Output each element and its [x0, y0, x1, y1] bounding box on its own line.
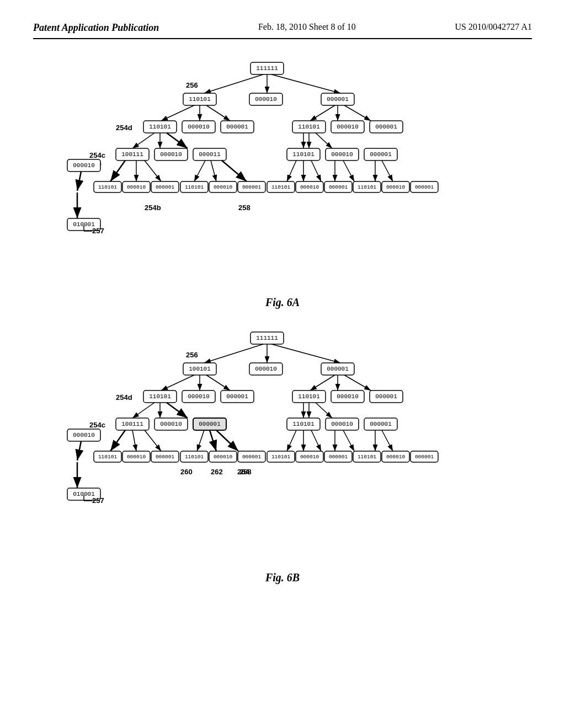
svg-text:000010: 000010	[386, 184, 406, 190]
svg-line-4	[204, 74, 263, 93]
svg-text:110101: 110101	[98, 184, 118, 190]
svg-text:110101: 110101	[298, 124, 320, 130]
svg-line-56	[110, 160, 125, 181]
svg-text:000011: 000011	[199, 151, 221, 158]
svg-line-58	[145, 160, 161, 181]
svg-text:000001: 000001	[329, 184, 348, 190]
svg-line-134	[132, 403, 154, 418]
svg-text:260: 260	[180, 468, 193, 476]
svg-text:000001: 000001	[370, 421, 392, 427]
svg-line-19	[344, 105, 371, 121]
svg-line-59	[194, 160, 205, 181]
svg-text:000010: 000010	[337, 393, 359, 400]
svg-text:110101: 110101	[189, 96, 211, 103]
svg-text:000010: 000010	[331, 151, 353, 158]
svg-text:100101: 100101	[189, 366, 211, 372]
fig6a-section: 111111 110101 000010 000001 256	[33, 56, 532, 309]
fig6a-label: Fig. 6A	[33, 296, 532, 309]
svg-text:254d: 254d	[116, 124, 132, 132]
svg-line-163	[311, 430, 321, 451]
svg-text:000010: 000010	[73, 432, 95, 438]
fig6b-label: Fig. 6B	[33, 571, 532, 584]
svg-text:110101: 110101	[271, 454, 291, 460]
svg-line-55	[77, 172, 81, 191]
svg-text:000010: 000010	[188, 393, 210, 400]
svg-text:000010: 000010	[255, 96, 277, 103]
svg-line-68	[382, 160, 393, 181]
svg-text:000010: 000010	[331, 421, 353, 427]
svg-text:100111: 100111	[121, 421, 143, 427]
svg-line-156	[132, 430, 136, 451]
svg-text:000001: 000001	[199, 421, 221, 427]
svg-text:000001: 000001	[329, 454, 348, 460]
svg-line-6	[271, 74, 340, 93]
header-title: Patent Application Publication	[33, 22, 159, 34]
svg-text:000001: 000001	[375, 124, 397, 130]
svg-line-168	[77, 441, 81, 461]
svg-line-139	[316, 403, 332, 418]
header-date-sheet: Feb. 18, 2010 Sheet 8 of 10	[258, 22, 356, 32]
svg-text:000010: 000010	[127, 184, 146, 190]
page-header: Patent Application Publication Feb. 18, …	[33, 22, 532, 39]
svg-text:110101: 110101	[358, 184, 377, 190]
svg-text:000001: 000001	[415, 454, 434, 460]
svg-text:000001: 000001	[226, 393, 248, 400]
svg-line-160	[216, 430, 238, 451]
svg-text:000001: 000001	[242, 184, 262, 190]
svg-text:110101: 110101	[292, 421, 315, 427]
svg-text:000001: 000001	[327, 366, 349, 372]
svg-line-158	[197, 430, 204, 451]
svg-line-157	[145, 430, 161, 451]
svg-line-61	[222, 160, 247, 181]
svg-text:000010: 000010	[188, 124, 210, 130]
svg-text:000001: 000001	[242, 454, 262, 460]
svg-text:000010: 000010	[337, 124, 359, 130]
svg-text:110101: 110101	[271, 184, 291, 190]
svg-line-107	[271, 344, 340, 363]
svg-text:257: 257	[92, 496, 104, 505]
svg-text:110101: 110101	[149, 393, 171, 400]
svg-text:110101: 110101	[358, 454, 377, 460]
svg-text:000001: 000001	[415, 184, 434, 190]
svg-line-117	[206, 375, 230, 390]
svg-text:000010: 000010	[300, 454, 319, 460]
svg-line-60	[211, 160, 216, 181]
svg-text:100111: 100111	[121, 151, 143, 158]
svg-text:000010: 000010	[73, 162, 95, 169]
svg-text:262: 262	[211, 468, 223, 476]
svg-text:110101: 110101	[185, 454, 204, 460]
svg-text:000010: 000010	[160, 421, 182, 427]
fig6a-svg: 111111 110101 000010 000001 256	[34, 56, 531, 287]
svg-line-38	[316, 133, 332, 148]
svg-text:000010: 000010	[386, 454, 406, 460]
svg-line-14	[161, 105, 194, 121]
svg-text:000001: 000001	[156, 454, 175, 460]
svg-line-35	[167, 133, 188, 148]
header-patent-number: US 2010/0042727 A1	[455, 22, 532, 32]
svg-line-155	[110, 430, 125, 451]
svg-text:000010: 000010	[160, 151, 182, 158]
svg-text:000001: 000001	[327, 96, 349, 103]
svg-text:254c: 254c	[89, 421, 105, 429]
svg-line-165	[343, 430, 354, 451]
svg-text:256: 256	[186, 81, 198, 89]
svg-line-120	[344, 375, 371, 390]
svg-line-16	[206, 105, 230, 121]
svg-line-136	[167, 403, 188, 418]
svg-line-159	[210, 430, 216, 451]
svg-text:110101: 110101	[292, 151, 315, 158]
svg-text:254d: 254d	[116, 393, 132, 402]
svg-text:000001: 000001	[375, 393, 397, 400]
fig6b-section: 111111 100101 000010 000001 256 1101	[33, 325, 532, 584]
svg-text:000001: 000001	[156, 184, 175, 190]
svg-text:000010: 000010	[214, 454, 233, 460]
fig6b-svg: 111111 100101 000010 000001 256 1101	[34, 325, 531, 563]
svg-line-64	[311, 160, 321, 181]
svg-text:258: 258	[238, 204, 250, 212]
svg-line-105	[204, 344, 263, 363]
svg-text:110101: 110101	[98, 454, 118, 460]
svg-text:110101: 110101	[149, 124, 171, 130]
svg-text:110101: 110101	[298, 393, 320, 400]
svg-text:000010: 000010	[127, 454, 146, 460]
svg-text:000010: 000010	[255, 366, 277, 372]
